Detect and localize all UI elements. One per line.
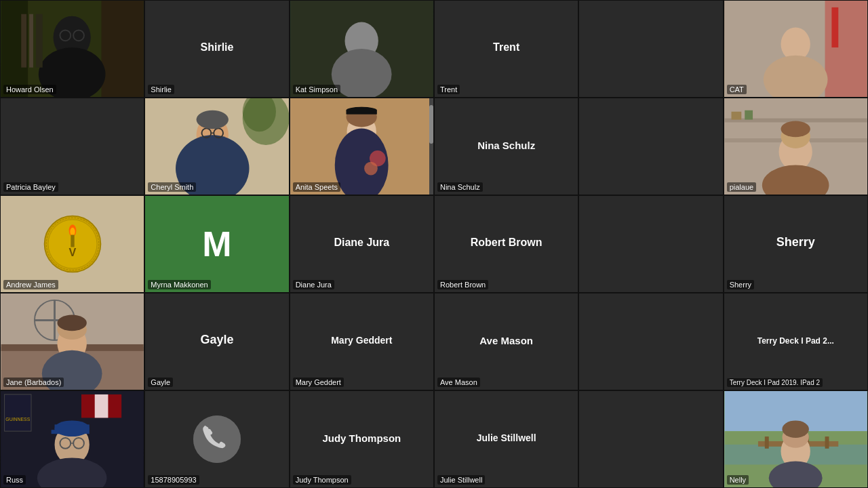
- tile-label-jane: Jane (Barbados): [3, 378, 64, 387]
- tile-empty5: [578, 390, 723, 488]
- tile-bigname-diane: Diane Jura: [290, 237, 433, 249]
- tile-label-patricia: Patricia Bayley: [3, 182, 58, 192]
- tile-label-mary: Mary Geddert: [293, 378, 344, 387]
- svg-text:GUINNESS: GUINNESS: [5, 417, 30, 422]
- tile-diane[interactable]: Diane Jura Diane Jura: [290, 195, 434, 293]
- tile-bigname-shirlie: Shirlie: [145, 41, 288, 54]
- svg-point-26: [197, 110, 229, 129]
- tile-robert[interactable]: Robert Brown Robert Brown: [434, 195, 578, 293]
- svg-rect-38: [731, 112, 741, 120]
- tile-andrew[interactable]: V Andrew James: [0, 195, 144, 293]
- svg-point-60: [57, 315, 86, 331]
- tile-label-nelly: Nelly: [727, 475, 749, 485]
- tile-bigname-trent: Trent: [435, 41, 578, 54]
- tile-label-kat: Kat Simpson: [293, 85, 340, 94]
- tile-jane[interactable]: Jane (Barbados): [0, 293, 144, 390]
- tile-label-robert: Robert Brown: [437, 280, 488, 289]
- tile-bigname-ave: Ave Mason: [435, 335, 578, 346]
- tile-howard[interactable]: Howard Olsen: [0, 0, 144, 98]
- svg-rect-48: [71, 235, 74, 247]
- tile-bigname-mary: Mary Geddert: [290, 335, 433, 346]
- tile-label-ave: Ave Mason: [437, 378, 480, 387]
- tile-julie[interactable]: Julie Stillwell Julie Stillwell: [434, 390, 578, 488]
- tile-russ[interactable]: GUINNESS Russ: [0, 390, 144, 488]
- tile-label-cat: CAT: [727, 85, 747, 94]
- tile-label-julie: Julie Stillwell: [437, 475, 485, 485]
- tile-cat[interactable]: CAT: [724, 0, 868, 98]
- tile-label-pialaue: pialaue: [727, 182, 756, 192]
- tile-cheryl[interactable]: Cheryl Smith: [144, 98, 289, 195]
- tile-label-howard: Howard Olsen: [3, 85, 56, 94]
- svg-point-43: [781, 121, 810, 138]
- tile-empty2: [578, 98, 723, 195]
- tile-letter-myrna: M: [202, 224, 231, 264]
- tile-label-russ: Russ: [3, 475, 26, 485]
- tile-pialaue[interactable]: pialaue: [724, 98, 868, 195]
- svg-rect-14: [825, 1, 867, 97]
- tile-shirlie[interactable]: Shirlie Shirlie: [144, 0, 289, 98]
- svg-rect-70: [55, 424, 90, 434]
- tile-empty3: [578, 195, 723, 293]
- svg-point-47: [70, 228, 75, 237]
- tile-ave[interactable]: Ave Mason Ave Mason: [434, 293, 578, 390]
- tile-bigname-julie: Julie Stillwell: [435, 432, 578, 443]
- video-grid: Howard Olsen Shirlie Shirlie Kat Simpson…: [0, 0, 868, 488]
- tile-label-myrna: Myrna Makkonen: [148, 280, 210, 289]
- tile-myrna[interactable]: M Myrna Makkonen: [144, 195, 289, 293]
- tile-label-diane: Diane Jura: [293, 280, 334, 289]
- tile-anita[interactable]: Anita Speets: [290, 98, 434, 195]
- phone-icon-container: [193, 415, 241, 463]
- tile-label-terry: Terry Deck I Pad 2019. IPad 2: [727, 378, 823, 387]
- tile-phone[interactable]: 15878905993: [144, 390, 289, 488]
- svg-point-75: [193, 415, 241, 463]
- tile-label-anita: Anita Speets: [293, 182, 340, 192]
- tile-bigname-sherry: Sherry: [724, 235, 867, 249]
- svg-rect-62: [5, 394, 31, 431]
- tile-patricia[interactable]: Patricia Bayley: [0, 98, 144, 195]
- tile-mary[interactable]: Mary Geddert Mary Geddert: [290, 293, 434, 390]
- tile-label-andrew: Andrew James: [3, 280, 58, 289]
- svg-rect-39: [745, 110, 753, 120]
- tile-label-nina: Nina Schulz: [437, 182, 483, 192]
- tile-label-sherry: Sherry: [727, 280, 754, 289]
- tile-sherry[interactable]: Sherry Sherry: [724, 195, 868, 293]
- svg-rect-15: [831, 7, 838, 47]
- svg-rect-5: [21, 14, 26, 68]
- svg-rect-71: [52, 430, 60, 434]
- tile-judy[interactable]: Judy Thompson Judy Thompson: [290, 390, 434, 488]
- tile-kat[interactable]: Kat Simpson: [290, 0, 434, 98]
- tile-bigname-judy: Judy Thompson: [290, 432, 433, 444]
- tile-bigname-terry: Terry Deck I Pad 2...: [724, 336, 867, 346]
- tile-label-gayle: Gayle: [148, 378, 173, 387]
- tile-nina[interactable]: Nina Schulz Nina Schulz: [434, 98, 578, 195]
- svg-rect-7: [36, 14, 43, 68]
- tile-label-shirlie: Shirlie: [148, 85, 174, 94]
- tile-terry[interactable]: Terry Deck I Pad 2... Terry Deck I Pad 2…: [724, 293, 868, 390]
- svg-rect-6: [29, 14, 33, 68]
- tile-gayle[interactable]: Gayle Gayle: [144, 293, 289, 390]
- tile-bigname-robert: Robert Brown: [435, 237, 578, 249]
- tile-label-phone: 15878905993: [148, 475, 199, 485]
- svg-text:V: V: [68, 246, 76, 258]
- svg-rect-84: [825, 436, 829, 449]
- tile-bigname-gayle: Gayle: [145, 333, 288, 347]
- svg-rect-2: [102, 1, 144, 97]
- tile-nelly[interactable]: Nelly: [724, 390, 868, 488]
- svg-point-34: [364, 162, 378, 176]
- tile-label-trent: Trent: [437, 85, 460, 94]
- svg-point-88: [782, 420, 808, 438]
- tile-empty4: [578, 293, 723, 390]
- tile-label-judy: Judy Thompson: [293, 475, 351, 485]
- svg-rect-81: [764, 436, 768, 449]
- tile-label-cheryl: Cheryl Smith: [148, 182, 196, 192]
- tile-bigname-nina: Nina Schulz: [435, 140, 578, 151]
- tile-trent[interactable]: Trent Trent: [434, 0, 578, 98]
- svg-rect-66: [95, 394, 108, 418]
- tile-empty1: [578, 0, 723, 98]
- svg-point-32: [346, 107, 376, 114]
